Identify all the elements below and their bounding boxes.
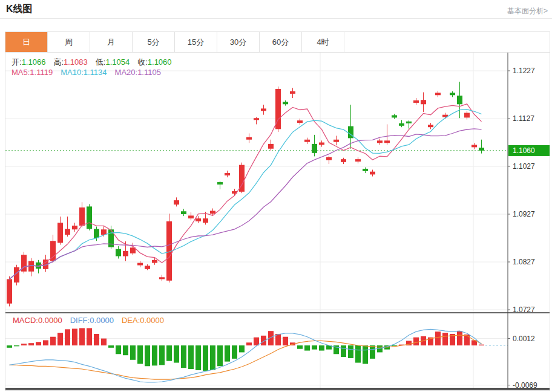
candle-body	[319, 143, 324, 145]
candle-body	[472, 145, 477, 147]
period-tab-2[interactable]: 月	[90, 32, 133, 52]
legend-value: 0.0000	[38, 316, 62, 325]
kline-page: { "header": { "title": "K线图", "link_labe…	[0, 0, 552, 392]
candle-body	[101, 229, 107, 235]
macd-bar	[239, 345, 245, 352]
page-header: K线图 基本面分析>	[0, 0, 552, 19]
macd-bar	[312, 345, 317, 350]
macd-bar	[72, 328, 77, 345]
legend-pair: 低:1.1054	[96, 57, 130, 67]
svg-text:1.0727: 1.0727	[513, 305, 535, 314]
candle-body	[370, 172, 375, 175]
legend-label: 低:	[96, 57, 106, 67]
candle-body	[217, 182, 223, 185]
period-tab-3[interactable]: 5分	[133, 32, 175, 52]
svg-text:1.1127: 1.1127	[513, 114, 534, 123]
macd-bar	[370, 345, 375, 359]
macd-bar	[442, 333, 448, 345]
macd-bar	[246, 342, 252, 345]
legend-value: 1.1060	[148, 57, 172, 67]
candle-body	[297, 120, 303, 123]
candle-body	[7, 279, 12, 303]
candle-body	[174, 200, 179, 204]
period-tab-4[interactable]: 15分	[175, 32, 217, 52]
period-tabs: 日周月5分15分30分60分4时	[5, 32, 550, 53]
macd-bar	[413, 338, 419, 345]
macd-bar	[137, 345, 143, 364]
candlestick-chart[interactable]: 1.12271.11271.10271.09271.08271.07270.00…	[5, 53, 550, 391]
legend-pair: DIFF:0.0000	[70, 316, 114, 325]
macd-bar	[166, 345, 172, 361]
legend-label: MA20:	[115, 68, 138, 77]
macd-bar	[232, 345, 237, 359]
macd-bar	[181, 345, 186, 368]
macd-histogram	[7, 328, 484, 370]
chart-area: 1.12271.11271.10271.09271.08271.07270.00…	[5, 53, 550, 391]
macd-bar	[435, 332, 441, 345]
macd-bar	[152, 345, 157, 365]
legend-value: 1.1134	[84, 68, 107, 77]
candle-body	[428, 125, 433, 127]
macd-bar	[341, 345, 346, 357]
period-tab-1[interactable]: 周	[48, 32, 90, 52]
candle-body	[72, 226, 77, 229]
candle-body	[363, 169, 368, 171]
period-tab-0[interactable]: 日	[5, 32, 48, 52]
candle-body	[283, 102, 288, 104]
macd-bar	[94, 334, 99, 345]
candle-body	[203, 218, 208, 223]
macd-bar	[87, 328, 92, 345]
candle-body	[399, 123, 404, 126]
legend-label: 高:	[53, 57, 64, 67]
legend-label: MA10:	[61, 68, 84, 77]
candle-body	[188, 215, 194, 218]
ma10-line	[10, 109, 482, 279]
current-price-badge: 1.1060	[508, 145, 550, 156]
macd-bar	[50, 337, 56, 345]
candle-body	[116, 249, 121, 256]
period-tab-6[interactable]: 60分	[260, 32, 302, 52]
candles-layer	[7, 82, 484, 306]
candle-body	[464, 113, 470, 118]
candle-body	[137, 263, 143, 266]
period-tab-5[interactable]: 30分	[217, 32, 260, 52]
candle-body	[421, 100, 426, 104]
candle-body	[225, 173, 230, 175]
macd-bar	[203, 345, 208, 371]
kline-widget: 日周月5分15分30分60分4时 1.12271.11271.10271.092…	[5, 31, 550, 391]
candle-body	[457, 96, 462, 104]
legend-pair: MA20:1.1105	[115, 68, 161, 77]
ma20-line	[10, 129, 482, 279]
ma5-line	[10, 104, 482, 279]
candle-body	[334, 140, 339, 142]
legend-label: 开:	[12, 57, 22, 67]
macd-legend: MACD:0.0000DIFF:0.0000DEA:0.0000	[13, 316, 172, 325]
macd-bar	[79, 328, 85, 345]
legend-value: 0.0000	[90, 316, 114, 325]
macd-bar	[65, 329, 70, 345]
legend-label: MACD:	[13, 316, 38, 325]
svg-text:1.1027: 1.1027	[513, 162, 535, 171]
legend-value: 1.1054	[105, 57, 130, 67]
macd-bar	[225, 345, 230, 362]
candle-body	[65, 229, 70, 234]
candle-body	[435, 93, 441, 95]
fundamental-analysis-link[interactable]: 基本面分析>	[507, 6, 548, 16]
candle-body	[406, 122, 412, 123]
legend-value: 1.1083	[64, 57, 88, 67]
legend-label: 收:	[137, 57, 148, 67]
candle-body	[181, 211, 186, 214]
legend-pair: 高:1.1083	[53, 57, 87, 67]
legend-pair: MACD:0.0000	[13, 316, 62, 325]
candle-body	[450, 93, 455, 95]
macd-bar	[108, 345, 114, 348]
macd-bar	[130, 345, 136, 360]
svg-text:1.1227: 1.1227	[513, 67, 535, 75]
candle-body	[79, 207, 85, 226]
legend-value: 1.1105	[137, 68, 161, 77]
period-tab-7[interactable]: 4时	[302, 32, 344, 52]
price-axis-labels: 1.12271.11271.10271.09271.08271.07270.00…	[508, 67, 537, 390]
legend-pair: 开:1.1066	[12, 57, 45, 67]
macd-bar	[275, 334, 281, 345]
candle-body	[355, 159, 361, 162]
